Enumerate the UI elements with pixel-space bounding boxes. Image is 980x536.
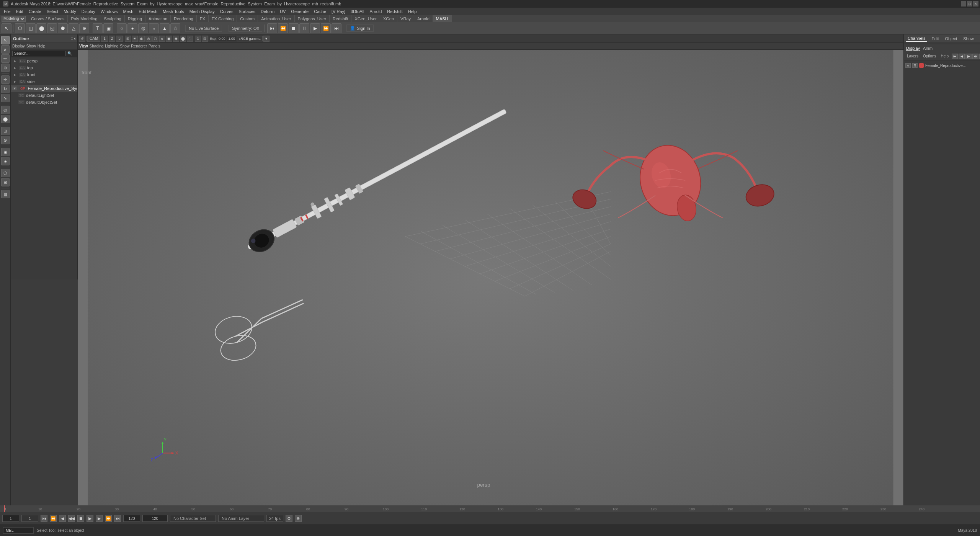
panel-show[interactable]: Show — [120, 44, 129, 48]
layer-rewind-btn[interactable]: ⏮ — [952, 54, 958, 59]
layer-vis-toggle[interactable]: V — [905, 63, 911, 68]
prev-key-btn[interactable]: ◀ — [59, 515, 66, 522]
shelf-tab-xgen-user[interactable]: XGen_User — [351, 15, 380, 22]
snap-btn[interactable]: ⊞ — [1, 127, 10, 135]
tool-icon-4[interactable]: ◱ — [47, 23, 57, 33]
outliner-search-input[interactable] — [12, 51, 66, 56]
fps-display[interactable]: 24 fps — [266, 515, 283, 522]
rp-tab-object[interactable]: Object — [943, 36, 959, 42]
tool-icon-7[interactable]: ⊕ — [79, 23, 89, 33]
paint-select-btn[interactable]: ✏ — [1, 54, 10, 63]
shelf-tab-redshift[interactable]: Redshift — [330, 15, 351, 22]
menu-mesh-tools[interactable]: Mesh Tools — [160, 8, 186, 15]
no-character-set-btn[interactable]: No Character Set — [170, 515, 216, 522]
playback-icon-1[interactable]: ⏮ — [267, 23, 277, 33]
tool-icon-11[interactable]: ● — [127, 23, 137, 33]
anim-ruler[interactable]: 1 10 20 30 40 50 60 70 80 90 100 110 120… — [0, 505, 980, 512]
vp-ao-btn[interactable]: ◎ — [145, 36, 152, 42]
current-frame-field[interactable] — [21, 515, 38, 522]
window-controls[interactable]: ─ □ × — [961, 1, 978, 7]
tool-icon-9[interactable]: ▣ — [103, 23, 113, 33]
help-label[interactable]: Help — [939, 54, 950, 59]
menu-cache[interactable]: Cache — [312, 8, 328, 15]
menu-arnold[interactable]: Arnold — [368, 8, 384, 15]
vp-camera-btn[interactable]: CAM — [87, 36, 100, 42]
no-live-surface-btn[interactable]: No Live Surface — [185, 25, 222, 32]
layer-end-btn[interactable]: ⏭ — [972, 54, 978, 59]
play-back-btn[interactable]: ◀◀ — [68, 515, 75, 522]
layer-color-swatch[interactable] — [919, 63, 924, 68]
range-start-field[interactable] — [2, 515, 19, 522]
vp-motion-btn[interactable]: ⬤ — [180, 36, 186, 42]
camera-btn[interactable]: ▣ — [1, 148, 10, 156]
menu-file[interactable]: File — [2, 8, 13, 15]
script-type-selector[interactable]: MEL — [3, 527, 34, 534]
menu-edit[interactable]: Edit — [14, 8, 26, 15]
vp-3-btn[interactable]: 3 — [116, 36, 123, 42]
shelf-tab-animation[interactable]: Animation — [145, 15, 171, 22]
gamma-selector[interactable]: sRGB gamma — [237, 36, 263, 41]
outliner-menu-display[interactable]: Display — [12, 44, 25, 48]
panel-renderer[interactable]: Renderer — [131, 44, 147, 48]
vp-shaded-btn[interactable]: ◈ — [159, 36, 165, 42]
menu-display[interactable]: Display — [79, 8, 98, 15]
step-back-btn[interactable]: ⏪ — [50, 515, 57, 522]
shelf-tab-vray[interactable]: VRay — [397, 15, 414, 22]
shelf-tab-poly-modeling[interactable]: Poly Modeling — [68, 15, 101, 22]
rp-tab-channels[interactable]: Channels — [906, 35, 927, 42]
layer-prev-btn[interactable]: ◀ — [959, 54, 965, 59]
tool-icon-13[interactable]: ⬦ — [149, 23, 159, 33]
outliner-window-close[interactable]: × — [74, 37, 76, 41]
goto-start-btn[interactable]: ⏮ — [41, 515, 47, 522]
menu-windows[interactable]: Windows — [98, 8, 120, 15]
scale-tool-btn[interactable]: ⤡ — [1, 94, 10, 102]
shelf-tab-rigging[interactable]: Rigging — [125, 15, 145, 22]
menu-uv[interactable]: UV — [278, 8, 288, 15]
menu-redshift[interactable]: Redshift — [385, 8, 405, 15]
vp-gamma-options-btn[interactable]: ▼ — [263, 36, 270, 42]
close-button[interactable]: × — [973, 1, 978, 7]
no-anim-layer-btn[interactable]: No Anim Layer — [218, 515, 264, 522]
outliner-window-max[interactable]: □ — [71, 37, 73, 41]
minimize-button[interactable]: ─ — [961, 1, 966, 7]
anim-extra-btn[interactable]: ⊕ — [295, 515, 302, 522]
menu-select[interactable]: Select — [44, 8, 61, 15]
shelf-tab-polygons-user[interactable]: Polygons_User — [295, 15, 330, 22]
playback-icon-2[interactable]: ⏪ — [278, 23, 288, 33]
magnet-btn[interactable]: ⊛ — [1, 136, 10, 144]
outliner-menu-help[interactable]: Help — [38, 44, 46, 48]
menu-create[interactable]: Create — [26, 8, 44, 15]
tool-icon-10[interactable]: ○ — [117, 23, 127, 33]
symmetry-btn[interactable]: Symmetry: Off — [229, 25, 262, 32]
vp-material-btn[interactable]: ◉ — [173, 36, 179, 42]
menu-help[interactable]: Help — [406, 8, 419, 15]
tool-icon-8[interactable]: T — [93, 23, 103, 33]
outliner-menu-show[interactable]: Show — [26, 44, 36, 48]
playback-icon-7[interactable]: ⏭ — [332, 23, 341, 33]
scene-area[interactable]: X Y Z persp front — [78, 50, 903, 505]
outliner-item-side[interactable]: ▶ CA side — [11, 78, 77, 85]
vp-2-btn[interactable]: 2 — [109, 36, 116, 42]
shelf-tab-rendering[interactable]: Rendering — [171, 15, 197, 22]
outliner-item-defaultobjectset[interactable]: SE defaultObjectSet — [11, 99, 77, 106]
next-key-btn[interactable]: ▶ — [96, 515, 103, 522]
menu-curves[interactable]: Curves — [218, 8, 236, 15]
maximize-button[interactable]: □ — [967, 1, 972, 7]
goto-end-btn[interactable]: ⏭ — [114, 515, 121, 522]
menu-edit-mesh[interactable]: Edit Mesh — [136, 8, 160, 15]
playback-icon-5[interactable]: ▶ — [310, 23, 320, 33]
da-tab-display[interactable]: Display — [906, 46, 920, 51]
extra-btn[interactable]: ⊟ — [1, 178, 10, 186]
shelf-tab-curves-surfaces[interactable]: Curves / Surfaces — [28, 15, 68, 22]
move-tool-btn[interactable]: ✛ — [1, 75, 10, 84]
constraint-btn[interactable]: ⬡ — [1, 169, 10, 177]
tool-icon-1[interactable]: ⬡ — [15, 23, 25, 33]
vp-light-btn[interactable]: ☀ — [132, 36, 138, 42]
tool-icon-14[interactable]: ▲ — [160, 23, 170, 33]
anim-shelf-btn[interactable]: ▤ — [1, 190, 10, 198]
range-end-field[interactable] — [142, 515, 168, 522]
menu-mesh-display[interactable]: Mesh Display — [187, 8, 217, 15]
select-tool-btn[interactable]: ↖ — [1, 36, 10, 44]
menu-generate[interactable]: Generate — [289, 8, 311, 15]
soft-mod-btn[interactable]: ◎ — [1, 106, 10, 114]
